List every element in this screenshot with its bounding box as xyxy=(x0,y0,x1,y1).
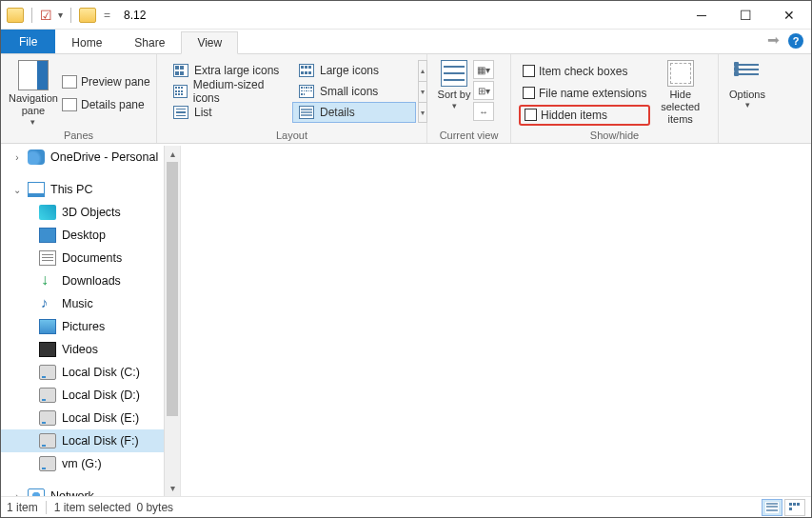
scroll-thumb[interactable] xyxy=(167,162,178,416)
ribbon-group-layout: Extra large icons Large icons ▴▾▾ Medium… xyxy=(157,54,427,143)
navigation-sidebar: › OneDrive - Personal ⌄ This PC 3D Objec… xyxy=(1,146,180,496)
tab-file[interactable]: File xyxy=(1,30,55,53)
tab-share[interactable]: Share xyxy=(118,31,181,53)
layout-list[interactable]: List xyxy=(167,102,290,123)
group-label-show-hide: Show/hide xyxy=(519,128,710,143)
scroll-up-icon[interactable]: ▴ xyxy=(165,146,180,162)
extra-large-icons-icon xyxy=(173,64,188,77)
title-bar: ☑ ▾ = 8.12 ─ ☐ ✕ xyxy=(1,1,811,30)
desktop-icon xyxy=(39,228,56,243)
options-button[interactable]: Options ▾ xyxy=(726,58,768,128)
add-columns-button[interactable]: ⊞▾ xyxy=(473,81,494,100)
expand-icon[interactable]: › xyxy=(12,152,22,163)
hide-selected-items-button[interactable]: Hide selected items xyxy=(650,58,710,128)
status-item-count: 1 item xyxy=(7,501,38,514)
sidebar-item-videos[interactable]: Videos xyxy=(1,338,180,361)
group-label-panes: Panes xyxy=(9,128,149,143)
sidebar-item-pictures[interactable]: Pictures xyxy=(1,315,180,338)
sidebar-item-disk-f[interactable]: Local Disk (F:) xyxy=(1,429,180,452)
sidebar-item-desktop[interactable]: Desktop xyxy=(1,224,180,247)
close-button[interactable]: ✕ xyxy=(767,1,811,30)
disk-icon xyxy=(39,456,56,471)
preview-pane-button[interactable]: Preview pane xyxy=(58,71,154,92)
help-icon[interactable]: ? xyxy=(788,33,803,49)
tab-view[interactable]: View xyxy=(181,31,238,54)
sort-by-button[interactable]: Sort by ▾ xyxy=(435,58,473,128)
downloads-icon xyxy=(39,273,56,289)
preview-pane-label: Preview pane xyxy=(81,75,150,89)
content-area: › OneDrive - Personal ⌄ This PC 3D Objec… xyxy=(1,146,811,496)
details-icon xyxy=(299,106,314,119)
sidebar-item-documents[interactable]: Documents xyxy=(1,247,180,269)
large-icons-icon xyxy=(788,502,802,513)
group-label-current-view: Current view xyxy=(435,128,503,143)
options-icon xyxy=(734,60,761,87)
status-selection: 1 item selected xyxy=(54,501,131,514)
details-pane-label: Details pane xyxy=(81,98,145,111)
checkbox-icon xyxy=(525,109,537,121)
maximize-button[interactable]: ☐ xyxy=(723,1,767,30)
sidebar-item-downloads[interactable]: Downloads xyxy=(1,269,180,292)
details-icon xyxy=(765,502,779,513)
disk-icon xyxy=(39,388,56,403)
sidebar-scrollbar[interactable]: ▴ ▾ xyxy=(164,146,180,496)
small-icons-icon xyxy=(299,85,314,98)
music-icon xyxy=(39,296,56,311)
sort-by-label: Sort by xyxy=(435,89,473,101)
layout-small[interactable]: Small icons xyxy=(292,81,416,102)
onedrive-icon xyxy=(28,149,45,165)
qat-properties-icon[interactable]: ☑ xyxy=(40,8,52,23)
hide-selected-icon xyxy=(667,60,694,87)
sidebar-item-network[interactable]: › Network xyxy=(1,485,180,496)
details-pane-icon xyxy=(62,98,77,111)
divider xyxy=(31,8,32,23)
details-pane-button[interactable]: Details pane xyxy=(58,94,154,115)
sort-by-icon xyxy=(441,60,467,87)
list-icon xyxy=(173,106,188,119)
medium-icons-icon xyxy=(173,85,188,98)
videos-icon xyxy=(39,342,56,357)
navigation-pane-label: Navigation pane xyxy=(9,92,58,117)
sidebar-item-this-pc[interactable]: ⌄ This PC xyxy=(1,178,180,201)
hidden-items-toggle[interactable]: Hidden items xyxy=(519,105,650,126)
size-columns-button[interactable]: ↔ xyxy=(473,102,494,121)
sidebar-item-onedrive[interactable]: › OneDrive - Personal xyxy=(1,146,180,169)
hide-selected-label: Hide selected items xyxy=(650,89,710,126)
network-icon xyxy=(28,488,45,496)
this-pc-icon xyxy=(28,182,45,197)
layout-details[interactable]: Details xyxy=(292,102,416,123)
file-name-extensions-toggle[interactable]: File name extensions xyxy=(519,83,650,104)
minimize-ribbon-icon[interactable]: ⮕ xyxy=(767,33,781,49)
documents-icon xyxy=(39,250,56,266)
sidebar-item-music[interactable]: Music xyxy=(1,292,180,315)
view-details-toggle[interactable] xyxy=(762,499,782,516)
sidebar-item-disk-c[interactable]: Local Disk (C:) xyxy=(1,361,180,384)
qat-dropdown-icon[interactable]: ▾ xyxy=(58,10,63,20)
layout-scroll[interactable]: ▴▾▾ xyxy=(418,60,427,123)
folder-icon xyxy=(7,8,24,23)
ribbon-group-show-hide: Item check boxes File name extensions Hi… xyxy=(511,54,719,143)
layout-medium[interactable]: Medium-sized icons xyxy=(167,81,290,102)
tab-home[interactable]: Home xyxy=(55,31,118,53)
status-bar: 1 item 1 item selected 0 bytes xyxy=(1,496,811,517)
pictures-icon xyxy=(39,319,56,334)
sidebar-item-disk-d[interactable]: Local Disk (D:) xyxy=(1,384,180,407)
sidebar-item-vm-g[interactable]: vm (G:) xyxy=(1,452,180,475)
collapse-icon[interactable]: ⌄ xyxy=(12,185,22,195)
sidebar-item-3d-objects[interactable]: 3D Objects xyxy=(1,201,180,224)
sidebar-item-disk-e[interactable]: Local Disk (E:) xyxy=(1,407,180,429)
file-list-pane[interactable] xyxy=(184,146,811,496)
item-check-boxes-toggle[interactable]: Item check boxes xyxy=(519,61,650,82)
layout-large[interactable]: Large icons xyxy=(292,60,416,81)
ribbon-tabs: File Home Share View ⮕ ? xyxy=(1,30,811,54)
ribbon-group-options: Options ▾ xyxy=(719,54,776,143)
view-large-icons-toggle[interactable] xyxy=(784,499,805,516)
navigation-pane-button[interactable]: Navigation pane ▾ xyxy=(9,58,58,128)
3d-objects-icon xyxy=(39,205,56,220)
scroll-down-icon[interactable]: ▾ xyxy=(165,480,180,496)
group-by-button[interactable]: ▦▾ xyxy=(473,60,494,79)
title-separator: = xyxy=(104,9,110,22)
quick-access-toolbar: ☑ ▾ = 8.12 xyxy=(1,8,146,23)
divider xyxy=(46,501,47,514)
minimize-button[interactable]: ─ xyxy=(680,1,723,30)
